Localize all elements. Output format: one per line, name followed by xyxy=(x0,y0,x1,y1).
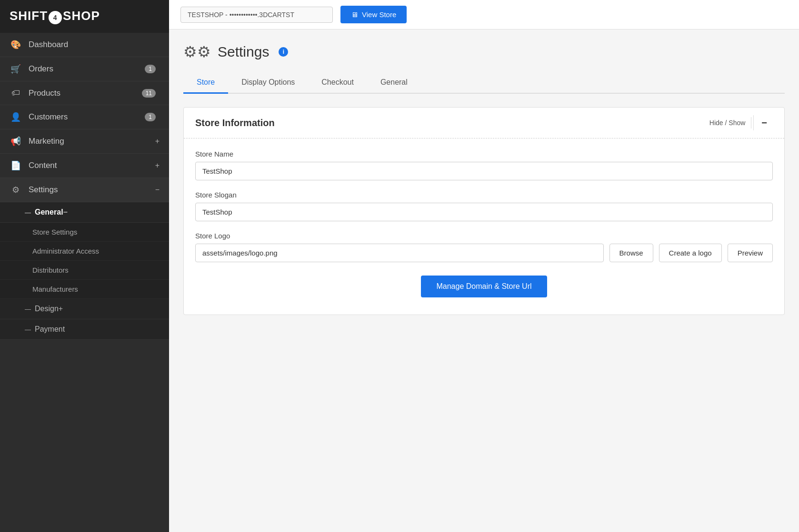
browse-button[interactable]: Browse xyxy=(609,244,653,262)
collapse-button[interactable]: − xyxy=(756,116,773,130)
distributors-label: Distributors xyxy=(32,266,69,274)
hide-show-button[interactable]: Hide / Show xyxy=(704,117,751,128)
view-store-label: View Store xyxy=(362,10,396,19)
tab-store[interactable]: Store xyxy=(183,72,228,94)
card-body: Store Name Store Slogan Store Logo Brows… xyxy=(184,138,784,315)
view-store-button[interactable]: 🖥 View Store xyxy=(340,6,407,23)
store-url-text: TESTSHOP - ••••••••••••.3DCARTST xyxy=(188,11,294,19)
store-name-label: Store Name xyxy=(195,150,773,158)
monitor-icon: 🖥 xyxy=(351,10,358,19)
sidebar-item-label: Marketing xyxy=(29,137,155,146)
orders-icon: 🛒 xyxy=(10,64,22,74)
sidebar-sub-design[interactable]: — Design + xyxy=(0,299,169,319)
settings-tabs: Store Display Options Checkout General xyxy=(183,72,785,94)
store-slogan-label: Store Slogan xyxy=(195,191,773,199)
logo: SHIFT4SHOP xyxy=(0,0,169,33)
tab-general[interactable]: General xyxy=(367,72,421,94)
store-logo-input[interactable] xyxy=(195,244,604,262)
main-content: TESTSHOP - ••••••••••••.3DCARTST 🖥 View … xyxy=(169,0,799,532)
sidebar: SHIFT4SHOP 🎨 Dashboard 🛒 Orders 1 🏷 Prod… xyxy=(0,0,169,532)
card-title: Store Information xyxy=(195,118,275,128)
sidebar-sub-distributors[interactable]: Distributors xyxy=(0,261,169,280)
store-logo-label: Store Logo xyxy=(195,232,773,240)
logo-text: SHIFT4SHOP xyxy=(10,9,100,24)
orders-badge: 1 xyxy=(145,65,156,73)
store-logo-group: Store Logo Browse Create a logo Preview xyxy=(195,232,773,262)
sidebar-sub-payment[interactable]: — Payment xyxy=(0,319,169,340)
sidebar-item-label: Products xyxy=(29,89,142,98)
sidebar-item-label: Orders xyxy=(29,64,145,74)
page-header: ⚙⚙ Settings i xyxy=(183,43,785,61)
tab-checkout[interactable]: Checkout xyxy=(308,72,367,94)
sidebar-item-settings[interactable]: ⚙ Settings − xyxy=(0,178,169,202)
sidebar-item-label: Dashboard xyxy=(29,40,160,49)
sidebar-item-label: Settings xyxy=(29,185,155,195)
sidebar-sub-label: General xyxy=(35,208,63,217)
marketing-icon: 📢 xyxy=(10,136,22,147)
preview-button[interactable]: Preview xyxy=(728,244,773,262)
content-icon: 📄 xyxy=(10,160,22,171)
info-icon[interactable]: i xyxy=(279,47,288,57)
products-icon: 🏷 xyxy=(10,88,22,98)
general-expand-icon: − xyxy=(63,208,68,217)
content-expand-icon: + xyxy=(155,161,160,170)
sidebar-item-label: Content xyxy=(29,161,155,170)
store-url-display: TESTSHOP - ••••••••••••.3DCARTST xyxy=(180,7,333,23)
divider xyxy=(753,115,754,130)
settings-icon: ⚙ xyxy=(10,185,22,195)
sidebar-sub-label: Design xyxy=(35,305,59,313)
sidebar-item-label: Customers xyxy=(29,112,145,122)
settings-page-icon: ⚙⚙ xyxy=(183,43,211,61)
products-badge: 11 xyxy=(142,89,156,98)
tab-display-options[interactable]: Display Options xyxy=(228,72,308,94)
store-name-group: Store Name xyxy=(195,150,773,180)
sidebar-sub-label: Payment xyxy=(35,325,65,334)
sidebar-item-content[interactable]: 📄 Content + xyxy=(0,154,169,178)
topbar: TESTSHOP - ••••••••••••.3DCARTST 🖥 View … xyxy=(169,0,799,30)
sidebar-item-products[interactable]: 🏷 Products 11 xyxy=(0,81,169,105)
content-area: ⚙⚙ Settings i Store Display Options Chec… xyxy=(169,30,799,532)
store-slogan-input[interactable] xyxy=(195,203,773,221)
store-settings-label: Store Settings xyxy=(32,228,77,236)
sidebar-item-orders[interactable]: 🛒 Orders 1 xyxy=(0,57,169,81)
administrator-access-label: Administrator Access xyxy=(32,247,99,255)
manage-domain-button[interactable]: Manage Domain & Store Url xyxy=(421,276,547,297)
manufacturers-label: Manufacturers xyxy=(32,285,78,293)
logo-row: Browse Create a logo Preview xyxy=(195,244,773,262)
store-slogan-group: Store Slogan xyxy=(195,191,773,221)
sidebar-sub-general[interactable]: — General − xyxy=(0,202,169,223)
customers-badge: 1 xyxy=(145,113,156,121)
design-expand-icon: + xyxy=(59,305,63,313)
card-header-actions: Hide / Show − xyxy=(704,115,773,130)
sidebar-sub-store-settings[interactable]: Store Settings xyxy=(0,223,169,242)
sidebar-sub-administrator-access[interactable]: Administrator Access xyxy=(0,242,169,261)
sidebar-item-customers[interactable]: 👤 Customers 1 xyxy=(0,105,169,129)
store-name-input[interactable] xyxy=(195,162,773,180)
marketing-expand-icon: + xyxy=(155,137,160,146)
dashboard-icon: 🎨 xyxy=(10,39,22,50)
create-logo-button[interactable]: Create a logo xyxy=(659,244,722,262)
settings-expand-icon: − xyxy=(155,186,160,194)
sidebar-item-dashboard[interactable]: 🎨 Dashboard xyxy=(0,33,169,57)
sidebar-sub-manufacturers[interactable]: Manufacturers xyxy=(0,280,169,299)
store-information-card: Store Information Hide / Show − Store Na… xyxy=(183,107,785,315)
logo-badge: 4 xyxy=(49,11,62,24)
card-header: Store Information Hide / Show − xyxy=(184,108,784,138)
customers-icon: 👤 xyxy=(10,112,22,122)
page-title: Settings xyxy=(218,44,269,60)
sidebar-item-marketing[interactable]: 📢 Marketing + xyxy=(0,129,169,154)
